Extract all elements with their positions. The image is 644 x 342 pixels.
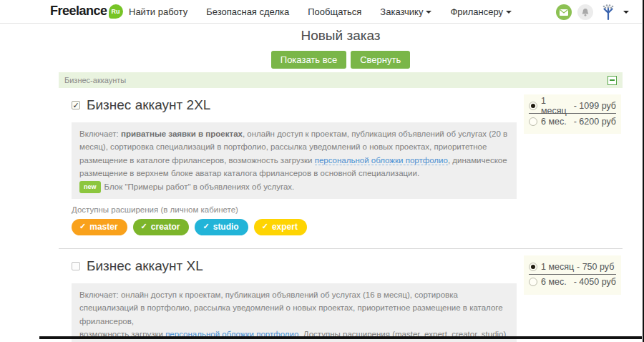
pricing-box-2xl: 1 месяц - 1099 руб 6 мес. - 6200 руб bbox=[524, 94, 621, 134]
badge-creator: ✓creator bbox=[133, 219, 190, 235]
price-option-1-month: 1 месяц - 750 руб bbox=[529, 260, 616, 275]
nav-customer-menu[interactable]: Заказчику bbox=[380, 6, 431, 17]
price-amount: - 4050 руб bbox=[574, 277, 616, 287]
account-description: Включает: приватные заявки в проектах, о… bbox=[72, 122, 517, 199]
pricing-box-xl: 1 месяц - 750 руб 6 мес. - 4050 руб bbox=[524, 255, 621, 295]
chevron-down-icon bbox=[506, 11, 512, 14]
business-accounts-panel: Бизнес-аккаунты 1 месяц - 1099 руб 6 мес… bbox=[59, 72, 623, 342]
desc-bold-text: приватные заявки в проектах bbox=[121, 130, 243, 138]
bell-icon bbox=[581, 8, 590, 17]
messages-button[interactable] bbox=[556, 4, 572, 20]
logo-ru-badge: Ru bbox=[109, 4, 123, 19]
user-avatar[interactable] bbox=[599, 3, 618, 21]
check-icon: ✓ bbox=[203, 222, 209, 231]
page: Freelance Ru Найти работу Безопасная сде… bbox=[0, 0, 644, 342]
check-icon: ✓ bbox=[79, 222, 86, 231]
radio-1-month[interactable] bbox=[529, 102, 537, 110]
account-card-2xl: 1 месяц - 1099 руб 6 мес. - 6200 руб ✓ Б… bbox=[59, 88, 623, 248]
price-period: 6 мес. bbox=[541, 277, 574, 287]
nav-safe-deal[interactable]: Безопасная сделка bbox=[206, 6, 289, 17]
page-title: Новый заказ bbox=[59, 28, 623, 44]
section-header: Бизнес-аккаунты bbox=[59, 72, 623, 88]
portfolio-cover-link[interactable]: персональной обложки портфолио bbox=[315, 156, 448, 165]
freelance-logo[interactable]: Freelance Ru bbox=[50, 4, 123, 19]
top-navigation-bar: Freelance Ru Найти работу Безопасная сде… bbox=[0, 0, 642, 24]
collapse-section-icon[interactable] bbox=[608, 76, 617, 85]
collapse-button[interactable]: Свернуть bbox=[351, 51, 410, 69]
radio-6-months[interactable] bbox=[529, 278, 537, 286]
badge-studio: ✓studio bbox=[195, 219, 248, 235]
badge-master: ✓master bbox=[72, 219, 127, 235]
radio-1-month[interactable] bbox=[529, 263, 537, 271]
desc-new-text: Блок "Примеры работ" в объявлениях об ус… bbox=[104, 182, 295, 191]
new-badge: new bbox=[79, 181, 101, 193]
desc-text: Включает: онлайн доступ к проектам, публ… bbox=[79, 290, 503, 326]
price-period: 1 месяц bbox=[541, 262, 577, 272]
price-option-1-month: 1 месяц - 1099 руб bbox=[529, 99, 616, 114]
price-option-6-months: 6 мес. - 4050 руб bbox=[529, 275, 616, 290]
desc-text: Включает: bbox=[79, 130, 121, 138]
badge-expert: ✓expert bbox=[254, 219, 307, 235]
price-option-6-months: 6 мес. - 6200 руб bbox=[529, 114, 616, 129]
account-title: Бизнес аккаунт XL bbox=[87, 258, 203, 274]
extensions-label: Доступны расширения (в личном кабинете) bbox=[72, 205, 623, 214]
action-buttons: Показать все Свернуть bbox=[59, 51, 623, 69]
notifications-button[interactable] bbox=[577, 4, 593, 20]
show-all-button[interactable]: Показать все bbox=[271, 51, 346, 69]
chevron-down-icon bbox=[426, 11, 431, 14]
price-amount: - 1099 руб bbox=[574, 101, 616, 111]
nav-find-work[interactable]: Найти работу bbox=[129, 6, 187, 17]
account-title: Бизнес аккаунт 2XL bbox=[87, 97, 210, 113]
account-checkbox-xl[interactable]: ✓ bbox=[72, 262, 80, 270]
nav-freelancer-menu[interactable]: Фрилансеру bbox=[450, 6, 512, 17]
price-period: 6 мес. bbox=[541, 117, 574, 127]
account-menu-caret[interactable] bbox=[623, 11, 629, 14]
nav-communicate[interactable]: Пообщаться bbox=[308, 6, 361, 17]
account-checkbox-2xl[interactable]: ✓ bbox=[72, 101, 80, 109]
price-amount: - 750 руб bbox=[577, 262, 614, 272]
check-icon: ✓ bbox=[141, 222, 147, 231]
section-title: Бизнес-аккаунты bbox=[64, 76, 608, 84]
account-card-xl: 1 месяц - 750 руб 6 мес. - 4050 руб ✓ Би… bbox=[59, 248, 623, 342]
price-amount: - 6200 руб bbox=[574, 117, 616, 127]
footer-top-edge bbox=[39, 336, 642, 339]
minus-icon bbox=[610, 79, 615, 81]
logo-text: Freelance bbox=[50, 4, 107, 19]
topbar-right-controls bbox=[556, 3, 629, 21]
account-description: Включает: онлайн доступ к проектам, публ… bbox=[72, 283, 517, 342]
radio-6-months[interactable] bbox=[529, 117, 537, 126]
extension-badges: ✓master ✓creator ✓studio ✓expert bbox=[72, 219, 623, 235]
mail-icon bbox=[560, 9, 568, 16]
main-nav: Найти работу Безопасная сделка Пообщатьс… bbox=[129, 0, 512, 24]
price-period: 1 месяц bbox=[541, 96, 574, 116]
check-icon: ✓ bbox=[262, 222, 268, 231]
avatar-tree-icon bbox=[600, 4, 617, 21]
